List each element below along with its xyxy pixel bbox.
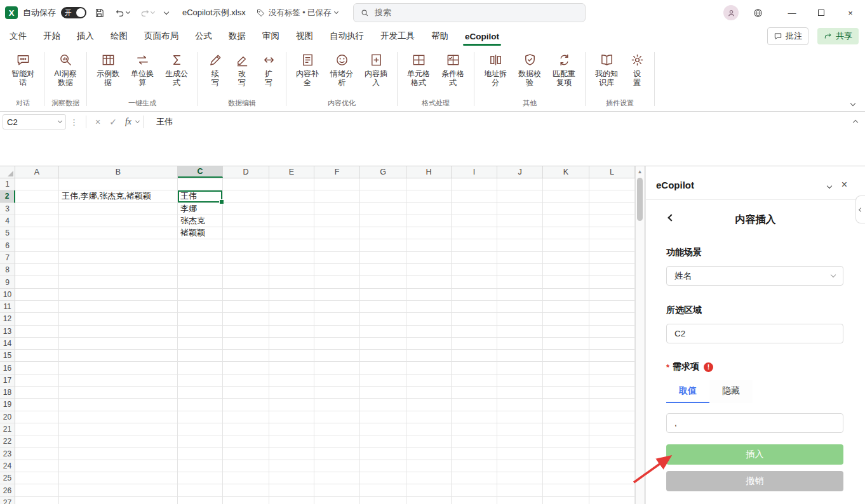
pane-collapse-icon[interactable]: [822, 178, 836, 192]
cell-J7[interactable]: [497, 252, 543, 264]
cell-C4[interactable]: 张杰克: [178, 215, 223, 227]
cell-K8[interactable]: [543, 264, 589, 276]
cell-A24[interactable]: [15, 460, 59, 472]
cell-F20[interactable]: [314, 411, 360, 423]
ribbon-button-content-insert[interactable]: 内容插入: [359, 50, 392, 88]
cell-J3[interactable]: [497, 203, 543, 215]
cell-B22[interactable]: [59, 435, 178, 448]
column-header-J[interactable]: J: [497, 166, 543, 178]
cell-E22[interactable]: [269, 435, 314, 448]
row-header-14[interactable]: 14: [0, 338, 15, 350]
cell-G27[interactable]: [360, 497, 406, 504]
row-header-4[interactable]: 4: [0, 215, 15, 227]
minimize-button[interactable]: —: [777, 0, 807, 25]
row-header-15[interactable]: 15: [0, 350, 15, 362]
cell-H23[interactable]: [406, 448, 452, 460]
cell-K17[interactable]: [543, 375, 589, 387]
cell-B15[interactable]: [59, 350, 178, 362]
cell-C24[interactable]: [178, 460, 223, 472]
cell-A19[interactable]: [15, 399, 59, 411]
cell-K11[interactable]: [543, 301, 589, 313]
cell-I26[interactable]: [452, 484, 497, 496]
ribbon-button-settings[interactable]: 设置: [624, 50, 650, 88]
cell-L8[interactable]: [589, 264, 635, 276]
cell-D14[interactable]: [223, 338, 269, 350]
cell-J4[interactable]: [497, 215, 543, 227]
cell-A14[interactable]: [15, 338, 59, 350]
cell-J18[interactable]: [497, 387, 543, 399]
cell-E12[interactable]: [269, 313, 314, 325]
cell-J22[interactable]: [497, 435, 543, 448]
cell-B1[interactable]: [59, 178, 178, 190]
row-header-22[interactable]: 22: [0, 435, 15, 448]
cell-L5[interactable]: [589, 227, 635, 239]
row-header-7[interactable]: 7: [0, 252, 15, 264]
cell-J1[interactable]: [497, 178, 543, 190]
cell-G4[interactable]: [360, 215, 406, 227]
cell-J5[interactable]: [497, 227, 543, 239]
ribbon-button-insight[interactable]: AI洞察数据: [49, 50, 82, 88]
cell-J11[interactable]: [497, 301, 543, 313]
cell-I15[interactable]: [452, 350, 497, 362]
cell-H8[interactable]: [406, 264, 452, 276]
cell-I5[interactable]: [452, 227, 497, 239]
cell-D3[interactable]: [223, 203, 269, 215]
cell-B2[interactable]: 王伟,李娜,张杰克,褚颖颖: [59, 190, 178, 202]
user-avatar[interactable]: [723, 5, 739, 20]
row-header-27[interactable]: 27: [0, 497, 15, 504]
cell-F5[interactable]: [314, 227, 360, 239]
cell-I20[interactable]: [452, 411, 497, 423]
row-header-24[interactable]: 24: [0, 460, 15, 472]
cell-G1[interactable]: [360, 178, 406, 190]
cell-E20[interactable]: [269, 411, 314, 423]
cell-L4[interactable]: [589, 215, 635, 227]
cell-H18[interactable]: [406, 387, 452, 399]
cell-D27[interactable]: [223, 497, 269, 504]
row-header-20[interactable]: 20: [0, 411, 15, 423]
cell-H15[interactable]: [406, 350, 452, 362]
back-button[interactable]: [669, 213, 674, 222]
cell-L1[interactable]: [589, 178, 635, 190]
cell-D22[interactable]: [223, 435, 269, 448]
cell-J17[interactable]: [497, 375, 543, 387]
cell-F23[interactable]: [314, 448, 360, 460]
cell-H7[interactable]: [406, 252, 452, 264]
cell-D13[interactable]: [223, 326, 269, 338]
cell-E16[interactable]: [269, 362, 314, 374]
vertical-scrollbar[interactable]: ▲: [635, 166, 645, 504]
cell-L15[interactable]: [589, 350, 635, 362]
formula-bar-options-icon[interactable]: ⋮: [66, 117, 82, 127]
cancel-entry-button[interactable]: ×: [90, 117, 105, 127]
cell-B18[interactable]: [59, 387, 178, 399]
row-header-18[interactable]: 18: [0, 387, 15, 399]
quick-access-menu-button[interactable]: [162, 10, 171, 16]
cell-E26[interactable]: [269, 484, 314, 496]
region-input[interactable]: C2: [666, 324, 843, 343]
cell-H14[interactable]: [406, 338, 452, 350]
cell-D25[interactable]: [223, 472, 269, 484]
cell-K19[interactable]: [543, 399, 589, 411]
cell-F7[interactable]: [314, 252, 360, 264]
cell-L11[interactable]: [589, 301, 635, 313]
cell-I25[interactable]: [452, 472, 497, 484]
cell-G2[interactable]: [360, 190, 406, 202]
globe-icon[interactable]: [753, 8, 763, 18]
cell-I2[interactable]: [452, 190, 497, 202]
cell-K15[interactable]: [543, 350, 589, 362]
cell-E17[interactable]: [269, 375, 314, 387]
cell-A16[interactable]: [15, 362, 59, 374]
cell-E23[interactable]: [269, 448, 314, 460]
cell-L2[interactable]: [589, 190, 635, 202]
cell-L7[interactable]: [589, 252, 635, 264]
cell-A13[interactable]: [15, 326, 59, 338]
cell-A11[interactable]: [15, 301, 59, 313]
cell-E8[interactable]: [269, 264, 314, 276]
cell-F19[interactable]: [314, 399, 360, 411]
cell-G24[interactable]: [360, 460, 406, 472]
cell-I24[interactable]: [452, 460, 497, 472]
cell-C1[interactable]: [178, 178, 223, 190]
cell-H22[interactable]: [406, 435, 452, 448]
cell-E3[interactable]: [269, 203, 314, 215]
cell-G11[interactable]: [360, 301, 406, 313]
cell-E5[interactable]: [269, 227, 314, 239]
